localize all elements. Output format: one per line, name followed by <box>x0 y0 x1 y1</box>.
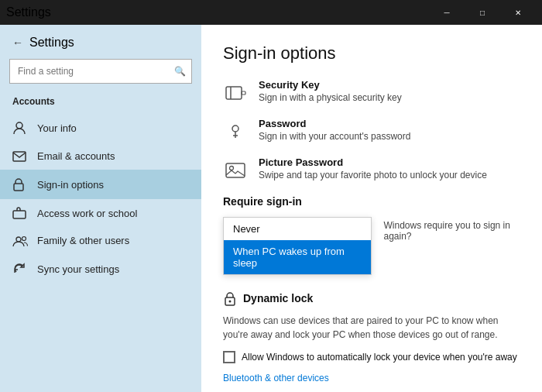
dropdown-option-never[interactable]: Never <box>224 218 371 240</box>
picture-password-title: Picture Password <box>259 156 487 168</box>
security-key-option: Security Key Sign in with a physical sec… <box>223 79 520 105</box>
key-icon <box>223 81 248 105</box>
sidebar-back-button[interactable]: ← Settings <box>0 25 201 56</box>
svg-point-9 <box>232 126 238 132</box>
dynamic-lock-title-row: Dynamic lock <box>223 291 520 306</box>
sidebar-item-your-info[interactable]: Your info <box>0 113 201 143</box>
sidebar-item-family-users[interactable]: Family & other users <box>0 227 201 254</box>
require-signin-title: Require sign-in <box>223 195 520 208</box>
password-icon <box>223 119 248 144</box>
titlebar-left: Settings <box>6 5 51 19</box>
dynamic-lock-section: Dynamic lock Windows can use devices tha… <box>223 291 520 392</box>
security-key-title: Security Key <box>259 79 402 91</box>
picture-icon <box>223 158 248 183</box>
sidebar-app-title: Settings <box>29 36 74 50</box>
require-signin-desc: Windows require you to sign in again? <box>384 220 521 242</box>
search-icon: 🔍 <box>174 66 186 77</box>
sidebar-item-label-sync: Sync your settings <box>37 263 119 275</box>
app-container: ← Settings 🔍 Accounts Your info Email & … <box>0 25 542 392</box>
svg-rect-1 <box>13 152 26 161</box>
back-arrow-icon: ← <box>12 36 23 49</box>
dynamic-lock-desc: Windows can use devices that are paired … <box>223 314 520 342</box>
sidebar-item-label-signin: Sign-in options <box>37 179 104 191</box>
picture-password-desc: Swipe and tap your favorite photo to unl… <box>259 170 487 181</box>
sidebar-search-container: 🔍 <box>9 59 192 84</box>
svg-point-0 <box>16 122 22 129</box>
briefcase-icon <box>12 207 28 219</box>
page-title: Sign-in options <box>223 43 520 64</box>
maximize-button[interactable]: □ <box>465 0 500 25</box>
content-area: Sign-in options Security Key Sign in wit… <box>201 25 542 392</box>
minimize-button[interactable]: ─ <box>429 0 465 25</box>
sidebar-item-label-access: Access work or school <box>37 208 137 219</box>
svg-rect-6 <box>226 87 242 99</box>
titlebar-controls: ─ □ ✕ <box>429 0 536 25</box>
bluetooth-link[interactable]: Bluetooth & other devices <box>223 373 520 383</box>
dynamic-lock-label: Dynamic lock <box>243 292 313 304</box>
password-option: Password Sign in with your account's pas… <box>223 118 520 144</box>
svg-point-4 <box>16 237 21 242</box>
sidebar-section-label: Accounts <box>0 93 201 113</box>
sidebar-item-label-family: Family & other users <box>37 235 129 246</box>
sidebar-item-access-work-school[interactable]: Access work or school <box>0 199 201 227</box>
close-button[interactable]: ✕ <box>500 0 536 25</box>
sync-icon <box>12 262 28 276</box>
lock-icon <box>12 177 28 191</box>
require-signin-dropdown[interactable]: Never When PC wakes up from sleep <box>223 217 372 275</box>
svg-rect-2 <box>14 184 23 191</box>
group-icon <box>12 236 28 246</box>
sidebar-item-sign-in-options[interactable]: Sign-in options <box>0 170 201 199</box>
search-input[interactable] <box>9 59 192 84</box>
password-title: Password <box>259 118 410 129</box>
allow-lock-checkbox-label: Allow Windows to automatically lock your… <box>242 352 517 363</box>
email-icon <box>12 151 28 162</box>
sidebar: ← Settings 🔍 Accounts Your info Email & … <box>0 25 201 392</box>
picture-password-option: Picture Password Swipe and tap your favo… <box>223 156 520 183</box>
svg-point-13 <box>229 301 232 303</box>
require-signin-section: Require sign-in Never When PC wakes up f… <box>223 195 520 275</box>
dropdown-option-on-sleep[interactable]: When PC wakes up from sleep <box>224 240 371 274</box>
titlebar: Settings ─ □ ✕ <box>0 0 542 25</box>
person-icon <box>12 121 28 135</box>
svg-rect-10 <box>226 163 245 177</box>
sidebar-item-label-email: Email & accounts <box>37 150 115 162</box>
titlebar-title: Settings <box>6 5 51 19</box>
dropdown-container: Never When PC wakes up from sleep Window… <box>223 217 520 275</box>
svg-point-11 <box>230 167 234 170</box>
sidebar-item-label-your-info: Your info <box>37 122 77 134</box>
security-key-desc: Sign in with a physical security key <box>259 92 402 103</box>
svg-point-5 <box>22 236 26 240</box>
dynamic-lock-icon <box>223 291 237 306</box>
svg-rect-3 <box>13 211 26 218</box>
allow-lock-checkbox[interactable] <box>223 351 235 363</box>
dropdown-options: Never When PC wakes up from sleep <box>223 217 372 275</box>
password-desc: Sign in with your account's password <box>259 131 410 142</box>
sidebar-item-sync-settings[interactable]: Sync your settings <box>0 254 201 284</box>
sidebar-item-email-accounts[interactable]: Email & accounts <box>0 143 201 170</box>
allow-lock-checkbox-row: Allow Windows to automatically lock your… <box>223 351 520 363</box>
